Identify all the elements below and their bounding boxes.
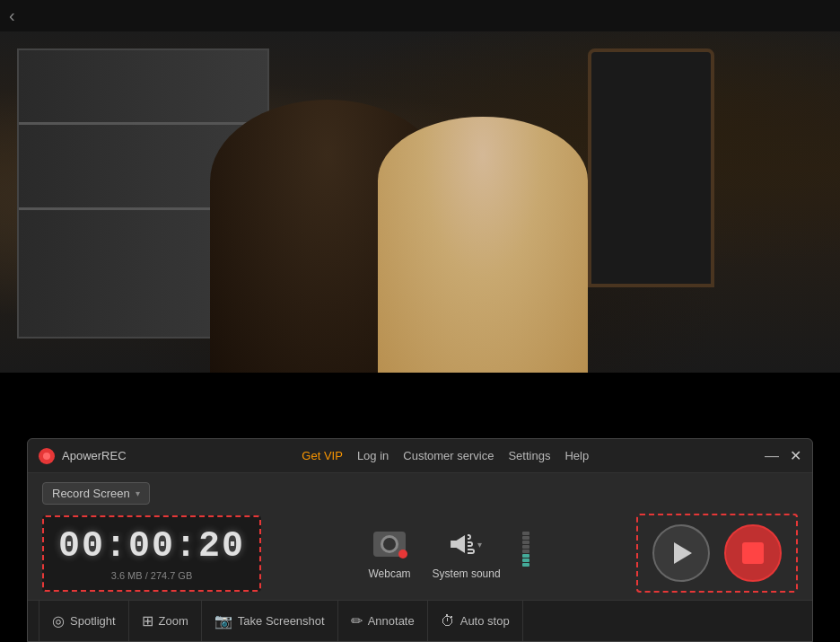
speaker-icon	[451, 535, 465, 553]
vol-seg-3	[522, 554, 529, 558]
autostop-label: Auto stop	[460, 614, 510, 628]
volume-segments	[522, 522, 529, 567]
volume-bar	[522, 522, 529, 585]
zoom-label: Zoom	[159, 614, 188, 628]
stop-icon	[742, 542, 764, 564]
screenshot-label: Take Screenshot	[238, 614, 325, 628]
dropdown-row: Record Screen ▾	[42, 482, 798, 505]
toolbar-zoom[interactable]: ⊞ Zoom	[129, 601, 202, 641]
toolbar-screenshot[interactable]: 📷 Take Screenshot	[202, 601, 338, 641]
screenshot-icon: 📷	[214, 612, 232, 629]
vol-seg-8	[522, 532, 529, 535]
toolbar-annotate[interactable]: ✏ Annotate	[338, 601, 428, 641]
action-buttons	[636, 514, 798, 593]
timer-box: 00:00:20 3.6 MB / 274.7 GB	[42, 515, 261, 592]
sound-label: System sound	[433, 567, 501, 580]
title-menu: Get VIP Log in Customer service Settings…	[302, 449, 589, 462]
timer-display: 00:00:20	[58, 526, 245, 567]
toolbar-spotlight[interactable]: ◎ Spotlight	[39, 601, 129, 641]
app-title: ApowerREC	[62, 449, 127, 462]
person-right	[378, 117, 588, 373]
system-sound-control[interactable]: ▾ System sound	[433, 526, 501, 580]
menu-settings[interactable]: Settings	[508, 449, 550, 462]
menu-customer-service[interactable]: Customer service	[403, 449, 494, 462]
vol-seg-5	[522, 545, 529, 549]
chevron-down-icon: ▾	[136, 488, 140, 498]
app-window: ApowerREC Get VIP Log in Customer servic…	[27, 438, 813, 642]
wave-large	[468, 549, 475, 554]
sound-waves-icon	[468, 534, 475, 554]
zoom-icon: ⊞	[142, 612, 153, 629]
record-mode-dropdown[interactable]: Record Screen ▾	[42, 482, 150, 505]
title-controls: — ✕	[765, 449, 801, 463]
annotate-label: Annotate	[368, 614, 415, 628]
webcam-icon-container	[372, 526, 407, 562]
close-button[interactable]: ✕	[790, 449, 801, 463]
toolbar-autostop[interactable]: ⏱ Auto stop	[428, 601, 523, 641]
dropdown-label: Record Screen	[52, 487, 130, 500]
webcam-active-indicator	[398, 550, 407, 558]
vol-seg-4	[522, 550, 529, 553]
annotate-icon: ✏	[351, 612, 363, 629]
sound-icon: ▾	[451, 534, 482, 554]
webcam-icon	[373, 532, 406, 557]
video-content	[0, 31, 840, 373]
vol-seg-7	[522, 536, 529, 540]
spotlight-label: Spotlight	[70, 614, 116, 628]
top-bar: ‹	[0, 0, 840, 31]
wave-medium	[468, 541, 473, 547]
menu-vip[interactable]: Get VIP	[302, 449, 343, 462]
webcam-label: Webcam	[368, 567, 410, 580]
timer-value: 00:00:20	[58, 526, 245, 567]
door-decoration	[588, 48, 713, 287]
minimize-button[interactable]: —	[765, 449, 779, 463]
center-controls: Webcam ▾	[279, 522, 618, 585]
play-icon	[674, 542, 692, 564]
menu-login[interactable]: Log in	[357, 449, 389, 462]
vol-seg-6	[522, 541, 529, 544]
app-icon	[39, 448, 55, 464]
main-controls: 00:00:20 3.6 MB / 274.7 GB Webcam	[42, 514, 798, 593]
webcam-control[interactable]: Webcam	[368, 526, 410, 580]
play-button[interactable]	[652, 524, 710, 582]
sound-icon-container: ▾	[449, 526, 485, 562]
controls-area: Record Screen ▾ 00:00:20 3.6 MB / 274.7 …	[28, 473, 812, 600]
video-area	[0, 31, 840, 373]
storage-info: 3.6 MB / 274.7 GB	[58, 570, 245, 581]
autostop-icon: ⏱	[441, 613, 455, 629]
title-left: ApowerREC	[39, 448, 127, 464]
wave-small	[468, 534, 471, 540]
stop-record-button[interactable]	[724, 524, 782, 582]
bottom-toolbar: ◎ Spotlight ⊞ Zoom 📷 Take Screenshot ✏ A…	[28, 600, 812, 641]
spotlight-icon: ◎	[52, 612, 65, 629]
menu-help[interactable]: Help	[564, 449, 589, 462]
back-button[interactable]: ‹	[9, 5, 15, 26]
title-bar: ApowerREC Get VIP Log in Customer servic…	[28, 439, 812, 473]
sound-dropdown-icon[interactable]: ▾	[477, 540, 482, 550]
vol-seg-2	[522, 558, 529, 562]
vol-seg-1	[522, 563, 529, 567]
